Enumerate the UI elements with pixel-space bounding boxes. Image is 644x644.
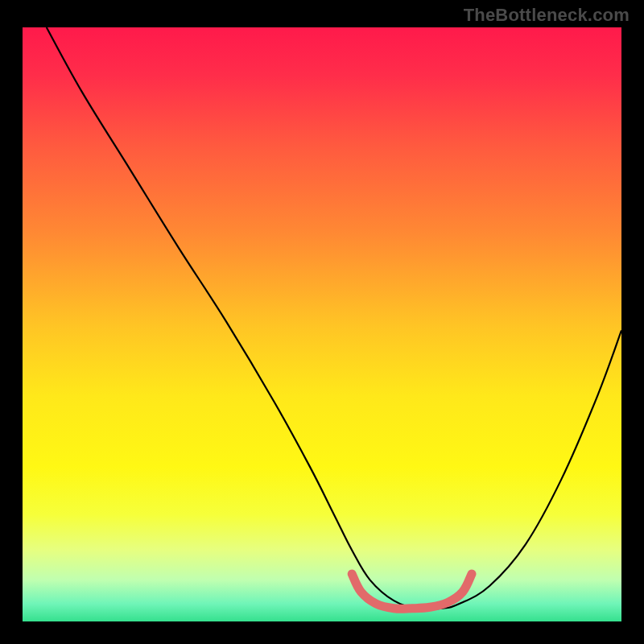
watermark-text: TheBottleneck.com	[464, 5, 630, 26]
chart-frame: TheBottleneck.com	[0, 0, 644, 644]
chart-plot-area	[23, 27, 621, 621]
chart-svg	[23, 27, 621, 621]
chart-background	[23, 27, 621, 621]
